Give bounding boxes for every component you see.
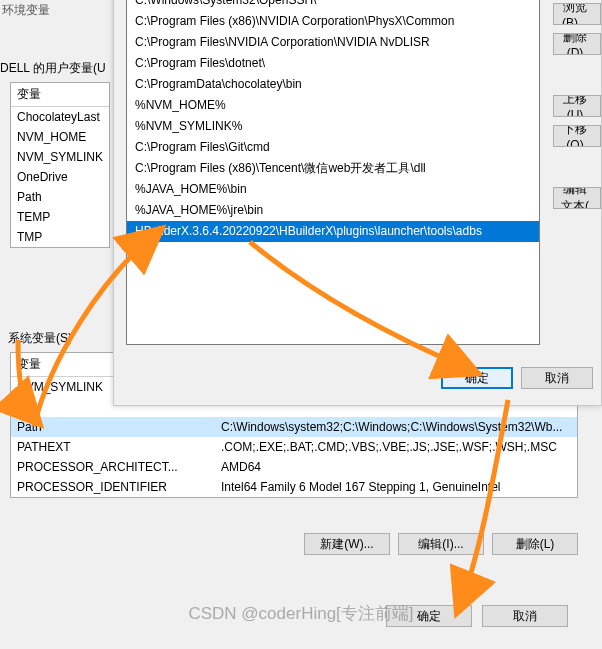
user-var-row[interactable]: Path: [11, 187, 109, 207]
env-cancel-button[interactable]: 取消: [482, 605, 568, 627]
path-entry[interactable]: C:\ProgramData\chocolatey\bin: [127, 74, 539, 95]
sys-new-button[interactable]: 新建(W)...: [304, 533, 390, 555]
user-var-row[interactable]: ChocolateyLast: [11, 107, 109, 127]
browse-button[interactable]: 浏览(B)...: [553, 3, 601, 25]
sys-delete-button[interactable]: 删除(L): [492, 533, 578, 555]
user-var-row[interactable]: OneDrive: [11, 167, 109, 187]
sys-var-row[interactable]: PROCESSOR_ARCHITECT... AMD64: [11, 457, 577, 477]
user-var-row[interactable]: NVM_HOME: [11, 127, 109, 147]
user-var-row[interactable]: TEMP: [11, 207, 109, 227]
sys-var-name: PROCESSOR_ARCHITECT...: [11, 457, 215, 477]
sys-var-name: PROCESSOR_IDENTIFIER: [11, 477, 215, 497]
path-entry[interactable]: %NVM_SYMLINK%: [127, 116, 539, 137]
sys-var-row-path[interactable]: Path C:\Windows\system32;C:\Windows;C:\W…: [11, 417, 577, 437]
move-down-button[interactable]: 下移(O): [553, 125, 601, 147]
sys-var-value: 6: [215, 497, 577, 498]
sys-var-buttons: 新建(W)... 编辑(I)... 删除(L): [304, 533, 578, 555]
dialog-ok-button[interactable]: 确定: [441, 367, 513, 389]
sys-var-value: .COM;.EXE;.BAT;.CMD;.VBS;.VBE;.JS;.JSE;.…: [215, 437, 577, 457]
path-entries-list[interactable]: C:\Windows\System32\OpenSSH\ C:\Program …: [126, 0, 540, 345]
sys-var-value: C:\Windows\system32;C:\Windows;C:\Window…: [215, 417, 577, 437]
sys-var-row[interactable]: PATHEXT .COM;.EXE;.BAT;.CMD;.VBS;.VBE;.J…: [11, 437, 577, 457]
sys-var-name: PROCESSOR_LEVEL: [11, 497, 215, 498]
dialog-bottom-buttons: 确定 取消: [441, 367, 593, 389]
path-entry[interactable]: %NVM_HOME%: [127, 95, 539, 116]
path-entry[interactable]: C:\Program Files\Git\cmd: [127, 137, 539, 158]
user-var-row[interactable]: TMP: [11, 227, 109, 247]
user-vars-table[interactable]: 变量 ChocolateyLast NVM_HOME NVM_SYMLINK O…: [10, 82, 110, 248]
user-vars-col-variable[interactable]: 变量: [11, 83, 109, 107]
dialog-side-buttons: 浏览(B)... 删除(D) 上移(U) 下移(O) 编辑文本(: [553, 3, 601, 209]
path-entry[interactable]: C:\Windows\System32\OpenSSH\: [127, 0, 539, 11]
sys-edit-button[interactable]: 编辑(I)...: [398, 533, 484, 555]
sys-var-value: AMD64: [215, 457, 577, 477]
edit-path-dialog: C:\Windows\System32\OpenSSH\ C:\Program …: [113, 0, 602, 406]
path-entry[interactable]: C:\Program Files\dotnet\: [127, 53, 539, 74]
env-ok-button[interactable]: 确定: [386, 605, 472, 627]
sys-var-row[interactable]: PROCESSOR_LEVEL 6: [11, 497, 577, 498]
path-entry[interactable]: %JAVA_HOME%\bin: [127, 179, 539, 200]
path-entry[interactable]: C:\Program Files (x86)\Tencent\微信web开发者工…: [127, 158, 539, 179]
edit-text-button[interactable]: 编辑文本(: [553, 187, 601, 209]
sys-vars-label: 系统变量(S): [8, 330, 72, 347]
window-title: 环境变量: [2, 2, 50, 19]
path-entry-selected[interactable]: HBuilderX.3.6.4.20220922\HBuilderX\plugi…: [127, 221, 539, 242]
sys-var-name: PATHEXT: [11, 437, 215, 457]
env-window-buttons: 确定 取消: [386, 605, 568, 627]
path-entry[interactable]: C:\Program Files\NVIDIA Corporation\NVID…: [127, 32, 539, 53]
sys-var-name: Path: [11, 417, 215, 437]
delete-button[interactable]: 删除(D): [553, 33, 601, 55]
dialog-cancel-button[interactable]: 取消: [521, 367, 593, 389]
path-entry[interactable]: %JAVA_HOME%\jre\bin: [127, 200, 539, 221]
user-var-row[interactable]: NVM_SYMLINK: [11, 147, 109, 167]
sys-var-row[interactable]: PROCESSOR_IDENTIFIER Intel64 Family 6 Mo…: [11, 477, 577, 497]
move-up-button[interactable]: 上移(U): [553, 95, 601, 117]
path-entry[interactable]: C:\Program Files (x86)\NVIDIA Corporatio…: [127, 11, 539, 32]
sys-var-value: Intel64 Family 6 Model 167 Stepping 1, G…: [215, 477, 577, 497]
